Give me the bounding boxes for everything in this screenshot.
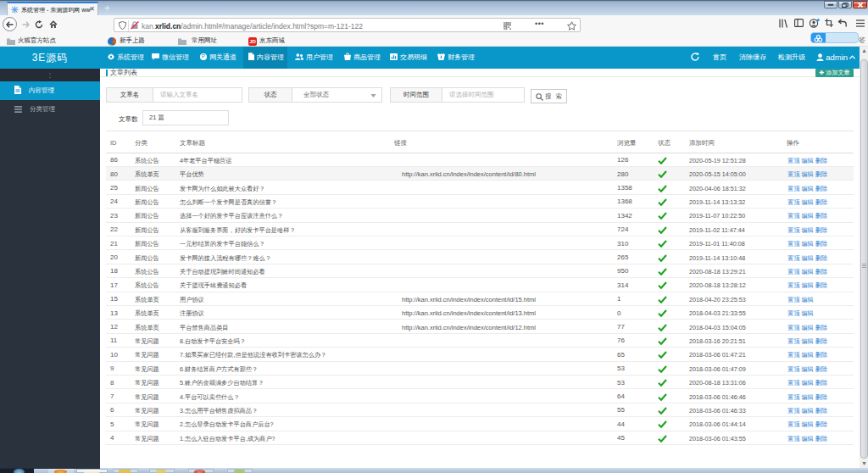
svg-text:P: P	[202, 53, 205, 59]
